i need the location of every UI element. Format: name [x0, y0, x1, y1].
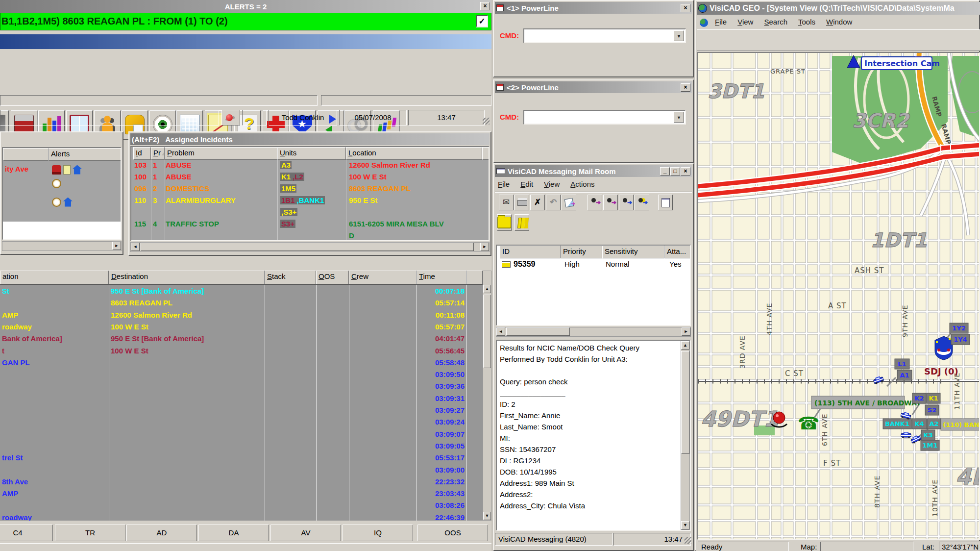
menu-view[interactable]: View [737, 18, 753, 26]
unit-marker-a2[interactable]: A2 [927, 419, 941, 429]
cell[interactable]: 103 [134, 161, 150, 172]
cell[interactable]: ABUSE [166, 161, 276, 172]
column-header-alerts[interactable]: Alerts [49, 148, 122, 161]
table-row[interactable]: AMP12600 Salmon River Rd00:11:08 [0, 311, 483, 322]
unit-chip[interactable]: 1M5 [280, 184, 296, 193]
menu-view[interactable]: View [544, 180, 560, 188]
column-header-Crew[interactable]: Crew [349, 271, 416, 284]
toolbar-button-reply-all-people[interactable] [603, 195, 618, 210]
table-row[interactable]: 8603 REAGAN PL05:57:14 [0, 299, 483, 310]
unit-chip[interactable]: A3 [280, 161, 292, 169]
scroll-left-icon[interactable]: ◄ [131, 243, 140, 251]
node-status-button[interactable] [221, 110, 240, 125]
unit-chip[interactable]: ,L2 [292, 173, 304, 181]
column-header-ation[interactable]: ation [0, 271, 109, 284]
scroll-left-icon[interactable]: ◄ [496, 327, 505, 336]
cell[interactable]: D [349, 231, 489, 241]
toolbar-button-folder[interactable] [497, 214, 512, 231]
cell[interactable]: 6151-6205 MIRA MESA BLV [349, 220, 489, 230]
powerline2-titlebar[interactable]: <2> PowerLine × [495, 81, 692, 93]
unit-marker-k4[interactable]: K4 [912, 419, 927, 429]
column-header-Atta[interactable]: Atta... [664, 246, 691, 258]
column-header-Units[interactable]: Units [277, 147, 346, 160]
toolbar-button-route-person[interactable] [619, 195, 634, 210]
cell-units[interactable]: A3 [280, 161, 345, 172]
cell[interactable]: 3 [153, 196, 164, 207]
cell[interactable]: 100 W E St [349, 173, 489, 183]
unit-marker-k3[interactable]: K3 [921, 430, 935, 440]
unit-marker-k2[interactable]: K2 [912, 393, 926, 403]
toolbar-button-forward-mail[interactable] [562, 195, 576, 210]
column-header-Location[interactable]: Location [346, 147, 482, 160]
toolbar-button-open-mail[interactable] [499, 195, 514, 210]
cell[interactable]: 4 [153, 220, 164, 230]
alert-ack-checkbox[interactable]: ✓ [476, 15, 488, 27]
unit-marker-l1[interactable]: L1 [895, 359, 909, 369]
mailroom-titlebar[interactable]: VisiCAD Messaging Mail Room _ □ × [495, 165, 692, 177]
results-vscrollbar[interactable]: ▲ ▼ [681, 341, 690, 530]
table-row[interactable]: trel St05:53:17 [0, 453, 483, 465]
table-row[interactable]: St950 E St [Bank of America]00:07:18 [0, 287, 483, 298]
assigned-incidents-table[interactable]: IdPrProblemUnitsLocation 1031ABUSEA31260… [130, 146, 490, 241]
menu-search[interactable]: Search [764, 18, 787, 26]
column-header-Sensitivity[interactable]: Sensitivity [602, 246, 664, 258]
quick-button-da[interactable]: DA [198, 525, 269, 541]
table-row[interactable]: 03:09:31 [0, 394, 483, 405]
scroll-up-icon[interactable]: ▲ [483, 285, 491, 293]
cmd-input[interactable]: ▼ [523, 110, 686, 125]
table-row[interactable]: Bank of America]950 E St [Bank of Americ… [0, 334, 483, 346]
scroll-down-icon[interactable]: ▼ [483, 512, 491, 520]
unit-marker-1y2[interactable]: 1Y2 [950, 323, 968, 333]
station-icon[interactable] [935, 336, 953, 360]
query-results-box[interactable]: Results for NCIC Name/DOB Check QueryPer… [496, 340, 691, 531]
alert-row[interactable]: ity Ave [3, 164, 122, 176]
scroll-thumb[interactable] [141, 243, 474, 251]
table-row[interactable]: 03:08:26 [0, 501, 483, 512]
menu-window[interactable]: Window [826, 18, 852, 26]
column-header[interactable] [3, 148, 49, 161]
quick-button-av[interactable]: AV [270, 525, 341, 541]
cell-units[interactable]: ,S3+ [280, 208, 345, 219]
quick-button-iq[interactable]: IQ [343, 525, 413, 541]
minimize-icon[interactable]: _ [660, 167, 670, 175]
cell[interactable]: TRAFFIC STOP [166, 220, 276, 230]
column-header-pad[interactable] [482, 147, 490, 160]
column-header-Priority[interactable]: Priority [561, 246, 602, 258]
column-header-Stack[interactable]: Stack [265, 271, 316, 284]
close-icon[interactable]: × [681, 4, 690, 12]
toolbar-button-undo[interactable] [546, 195, 561, 210]
unit-marker-1y4[interactable]: 1Y4 [951, 334, 970, 345]
map-canvas[interactable]: 3DT13CR21DT149DT14DGRAPE STASH STA STC S… [697, 52, 980, 540]
column-header-ID[interactable]: ID [500, 246, 561, 258]
menu-file[interactable]: File [498, 180, 510, 188]
column-header-Id[interactable]: Id [133, 147, 151, 160]
cell[interactable]: 12600 Salmon River Rd [349, 161, 489, 172]
table-row[interactable]: 03:09:27 [0, 406, 483, 417]
cell[interactable]: 2 [153, 184, 164, 195]
close-icon[interactable]: × [681, 83, 690, 92]
table-row[interactable]: 03:09:24 [0, 418, 483, 429]
powerline1-titlebar[interactable]: <1> PowerLine × [495, 2, 692, 14]
scroll-up-icon[interactable]: ▲ [681, 341, 689, 350]
cell[interactable]: ABUSE [166, 173, 276, 183]
cell[interactable]: 100 [134, 173, 150, 183]
table-row[interactable]: 03:09:05 [0, 442, 483, 453]
toolbar-button-reply-person[interactable] [588, 195, 602, 210]
alarm-marker-icon[interactable] [773, 412, 785, 424]
message-row[interactable]: 95359HighNormalYes [497, 258, 690, 271]
incidents-hscrollbar[interactable]: ◄ ► [130, 242, 490, 252]
cell-units[interactable]: S3+ [280, 220, 345, 230]
table-row[interactable]: t100 W E St05:56:45 [0, 347, 483, 358]
table-row[interactable]: 03:09:36 [0, 382, 483, 393]
unit-chip[interactable]: 1B1 [280, 196, 296, 204]
unit-chip[interactable]: ,S3+ [280, 208, 297, 216]
unit-marker-bank1[interactable]: BANK1 [883, 419, 911, 429]
quick-button-tr[interactable]: TR [55, 525, 125, 541]
maximize-icon[interactable]: □ [670, 167, 680, 175]
cell[interactable]: 1 [153, 161, 164, 172]
cell[interactable]: 1 [153, 173, 164, 183]
close-icon[interactable]: × [681, 167, 690, 175]
scroll-thumb[interactable] [483, 295, 491, 368]
status-table-body[interactable]: St950 E St [Bank of America]00:07:188603… [0, 284, 483, 521]
toolbar-button-print[interactable] [514, 195, 529, 210]
